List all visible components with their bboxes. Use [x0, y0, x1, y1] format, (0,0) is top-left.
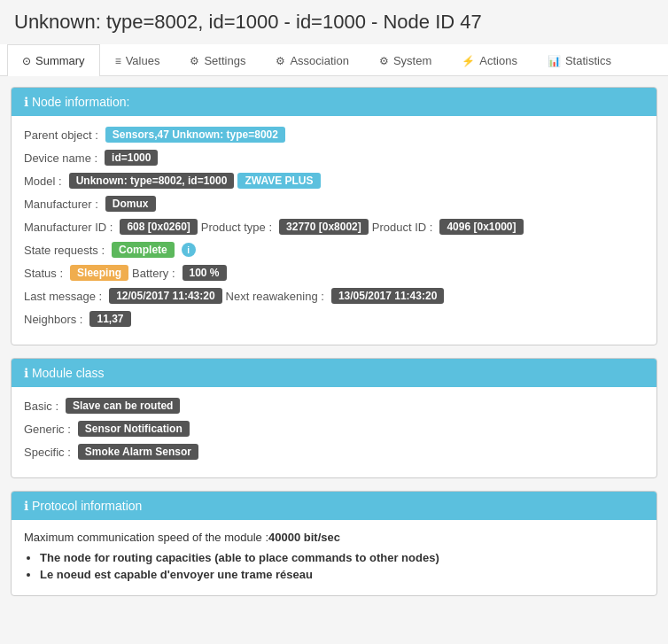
neighbors-label: Neighbors :	[24, 313, 82, 326]
next-reawakening-value: 13/05/2017 11:43:20	[331, 288, 444, 304]
protocol-bullet-2-text: Le noeud est capable d'envoyer une trame…	[40, 568, 313, 581]
association-icon: ⚙	[276, 55, 285, 67]
specific-value: Smoke Alarm Sensor	[78, 444, 198, 460]
generic-value: Sensor Notification	[78, 421, 190, 437]
module-class-title: Module class	[32, 366, 105, 380]
device-name-label: Device name :	[24, 151, 97, 165]
protocol-bullet-1-text: The node for routing capacities (able to…	[40, 551, 439, 564]
product-type-label: Product type :	[201, 221, 272, 234]
state-requests-value: Complete	[112, 242, 175, 258]
battery-label: Battery :	[132, 267, 175, 280]
next-reawakening-label: Next reawakening :	[226, 290, 324, 303]
protocol-list: The node for routing capacities (able to…	[24, 551, 644, 581]
last-message-label: Last message :	[24, 290, 102, 303]
protocol-bullet-2: Le noeud est capable d'envoyer une trame…	[40, 568, 644, 581]
statistics-icon: 📊	[548, 55, 561, 67]
tab-values[interactable]: ≡ Values	[100, 44, 175, 76]
battery-value: 100 %	[183, 265, 227, 281]
manufacturer-id-row: Manufacturer ID : 608 [0x0260] Product t…	[24, 219, 644, 235]
basic-label: Basic :	[24, 400, 58, 413]
product-id-label: Product ID :	[372, 221, 433, 234]
device-name-row: Device name : id=1000	[24, 150, 644, 166]
state-requests-label: State requests :	[24, 244, 105, 257]
values-icon: ≡	[115, 55, 121, 67]
actions-icon: ⚡	[462, 55, 475, 67]
tab-association-label: Association	[290, 54, 348, 67]
manufacturer-id-value: 608 [0x0260]	[120, 219, 197, 235]
speed-label: Maximum communication speed of the modul…	[24, 531, 268, 544]
manufacturer-row: Manufacturer : Domux	[24, 196, 644, 212]
manufacturer-value: Domux	[105, 196, 156, 212]
tab-values-label: Values	[126, 54, 160, 67]
protocol-info-icon: ℹ	[24, 499, 32, 513]
protocol-info-panel: ℹ Protocol information Maximum communica…	[11, 491, 657, 596]
generic-row: Generic : Sensor Notification	[24, 421, 644, 437]
model-label: Model :	[24, 175, 62, 188]
device-name-value: id=1000	[105, 150, 158, 166]
main-content: ℹ Node information: Parent object : Sens…	[0, 76, 668, 619]
speed-value: 40000 bit/sec	[268, 531, 340, 544]
tab-actions-label: Actions	[479, 54, 517, 67]
tab-system[interactable]: ⚙ System	[364, 44, 447, 76]
parent-object-row: Parent object : Sensors,47 Unknown: type…	[24, 127, 644, 143]
parent-object-label: Parent object :	[24, 128, 98, 142]
protocol-bullet-1: The node for routing capacities (able to…	[40, 551, 644, 564]
settings-icon: ⚙	[190, 55, 199, 67]
state-requests-info-icon[interactable]: i	[182, 243, 196, 257]
state-requests-row: State requests : Complete i	[24, 242, 644, 258]
tab-summary[interactable]: ⊙ Summary	[7, 44, 100, 76]
page-title: Unknown: type=8002, id=1000 - id=1000 - …	[0, 0, 668, 44]
node-info-body: Parent object : Sensors,47 Unknown: type…	[12, 116, 656, 345]
specific-row: Specific : Smoke Alarm Sensor	[24, 444, 644, 460]
neighbors-row: Neighbors : 11,37	[24, 311, 644, 327]
node-info-title: Node information:	[32, 95, 130, 109]
tab-bar: ⊙ Summary ≡ Values ⚙ Settings ⚙ Associat…	[0, 44, 668, 76]
tab-settings[interactable]: ⚙ Settings	[175, 44, 260, 76]
manufacturer-id-label: Manufacturer ID :	[24, 221, 113, 234]
status-label: Status :	[24, 267, 63, 280]
model-value: Unknown: type=8002, id=1000	[69, 173, 235, 189]
status-value: Sleeping	[70, 265, 128, 281]
product-id-value: 4096 [0x1000]	[439, 219, 523, 235]
basic-value: Slave can be routed	[66, 398, 180, 414]
neighbors-value: 11,37	[89, 311, 130, 327]
basic-row: Basic : Slave can be routed	[24, 398, 644, 414]
manufacturer-label: Manufacturer :	[24, 198, 98, 211]
protocol-info-header: ℹ Protocol information	[12, 492, 656, 520]
tab-system-label: System	[393, 54, 431, 67]
node-info-icon: ℹ	[24, 95, 32, 109]
node-info-panel: ℹ Node information: Parent object : Sens…	[11, 87, 657, 345]
tab-statistics-label: Statistics	[565, 54, 611, 67]
summary-icon: ⊙	[22, 55, 31, 67]
generic-label: Generic :	[24, 423, 71, 436]
protocol-info-title: Protocol information	[32, 499, 143, 513]
zwave-badge: ZWAVE PLUS	[237, 173, 320, 189]
last-message-row: Last message : 12/05/2017 11:43:20 Next …	[24, 288, 644, 304]
tab-actions[interactable]: ⚡ Actions	[447, 44, 532, 76]
module-class-icon: ℹ	[24, 366, 32, 380]
model-row: Model : Unknown: type=8002, id=1000 ZWAV…	[24, 173, 644, 189]
parent-object-value: Sensors,47 Unknown: type=8002	[105, 127, 285, 143]
protocol-info-body: Maximum communication speed of the modul…	[12, 520, 656, 595]
tab-statistics[interactable]: 📊 Statistics	[532, 44, 626, 76]
tab-settings-label: Settings	[204, 54, 245, 67]
specific-label: Specific :	[24, 446, 71, 459]
last-message-value: 12/05/2017 11:43:20	[109, 288, 221, 304]
node-info-header: ℹ Node information:	[12, 88, 656, 116]
status-row: Status : Sleeping Battery : 100 %	[24, 265, 644, 281]
tab-association[interactable]: ⚙ Association	[260, 44, 363, 76]
module-class-header: ℹ Module class	[12, 359, 656, 387]
system-icon: ⚙	[379, 55, 389, 67]
module-class-body: Basic : Slave can be routed Generic : Se…	[12, 387, 656, 477]
speed-text: Maximum communication speed of the modul…	[24, 531, 644, 544]
module-class-panel: ℹ Module class Basic : Slave can be rout…	[11, 358, 657, 478]
tab-summary-label: Summary	[35, 54, 85, 67]
product-type-value: 32770 [0x8002]	[279, 219, 369, 235]
